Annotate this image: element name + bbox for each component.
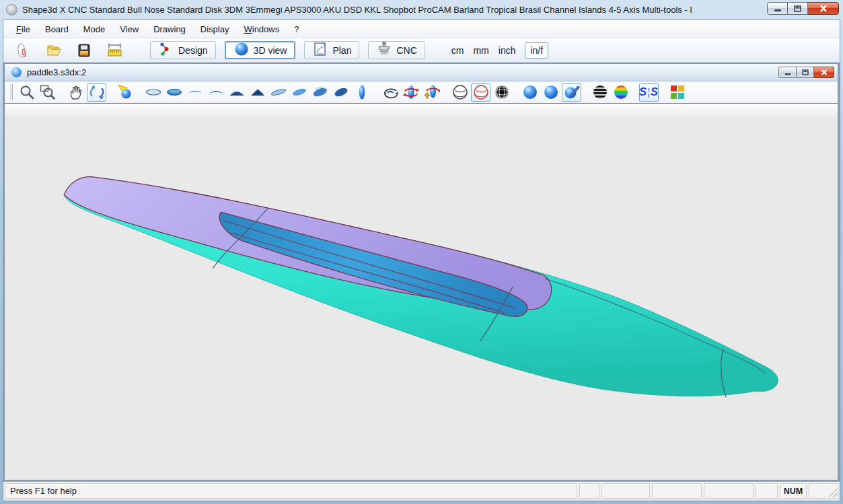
title-bar[interactable]: Shape3d X CNC Standard Bull Nose Standar…	[0, 0, 843, 20]
3d-canvas[interactable]	[5, 104, 838, 480]
3d-view-button[interactable]: 3D view	[225, 41, 296, 59]
button-label: CNC	[396, 45, 416, 56]
cnc-icon	[376, 41, 392, 59]
document-minimize-button[interactable]	[778, 67, 797, 78]
view-toolbar: S¦S	[5, 81, 838, 104]
rocker-view-thin-icon[interactable]	[185, 83, 205, 102]
shaded-sphere-2-icon[interactable]	[541, 83, 560, 102]
section-view-2-icon[interactable]	[248, 83, 267, 102]
document-title-bar[interactable]: paddle3.s3dx:2	[5, 64, 838, 81]
zoom-window-icon[interactable]	[38, 83, 57, 102]
status-cell	[601, 483, 650, 499]
design-icon	[158, 41, 174, 59]
pan-hand-icon[interactable]	[66, 83, 85, 102]
lighting-icon[interactable]	[115, 83, 135, 102]
unit-option-inch[interactable]: inch	[499, 45, 516, 56]
window-controls	[767, 2, 839, 15]
document-restore-button[interactable]	[797, 67, 814, 78]
wireframe-sphere-icon[interactable]	[450, 83, 470, 102]
window-content: FileBoardModeViewDrawingDisplayWindows? …	[3, 20, 840, 501]
menu-drawing[interactable]: Drawing	[146, 22, 193, 37]
front-view-icon[interactable]	[352, 83, 371, 102]
cnc-button[interactable]: CNC	[368, 41, 425, 59]
menu-windows[interactable]: Windows	[236, 22, 287, 37]
app-logo-icon	[6, 4, 17, 15]
symmetry-icon[interactable]: S¦S	[639, 83, 659, 102]
help-text: Press F1 for help	[10, 486, 77, 496]
button-label: Plan	[332, 45, 351, 56]
spin-board-icon[interactable]	[380, 83, 400, 102]
perspective-view-1-icon[interactable]	[268, 83, 288, 102]
new-board-wizard-icon[interactable]	[11, 41, 36, 60]
striped-sphere-icon[interactable]	[590, 83, 610, 102]
plan-icon	[312, 41, 328, 59]
menu-file[interactable]: File	[9, 22, 38, 37]
num-lock-indicator: NUM	[780, 483, 807, 499]
unit-option-mm[interactable]: mm	[473, 45, 488, 56]
perspective-view-2-icon[interactable]	[289, 83, 309, 102]
resize-grip[interactable]	[809, 483, 838, 499]
status-cell	[756, 483, 778, 499]
status-cell	[704, 483, 754, 499]
status-bar: Press F1 for help NUM	[3, 481, 840, 501]
sphere-pencil-icon[interactable]	[562, 83, 581, 102]
application-window: Shape3d X CNC Standard Bull Nose Standar…	[0, 0, 843, 504]
unit-option-cm[interactable]: cm	[451, 45, 464, 56]
menu-help[interactable]: ?	[287, 22, 306, 37]
sphere-icon	[233, 41, 250, 59]
design-button[interactable]: Design	[150, 41, 216, 59]
top-view-outline-icon[interactable]	[143, 83, 163, 102]
maximize-button[interactable]	[788, 2, 808, 15]
menu-display[interactable]: Display	[193, 22, 237, 37]
zoom-icon[interactable]	[17, 83, 36, 102]
plan-button[interactable]: Plan	[304, 41, 359, 59]
section-view-icon[interactable]	[227, 83, 246, 102]
document-close-button[interactable]	[814, 67, 834, 78]
perspective-view-3-icon[interactable]	[310, 83, 330, 102]
mdi-area: paddle3.s3dx:2 S¦S	[3, 63, 840, 481]
document-icon	[11, 67, 22, 77]
perspective-view-4-icon[interactable]	[331, 83, 351, 102]
button-label: 3D view	[254, 45, 287, 56]
mesh-sphere-icon[interactable]	[492, 83, 511, 102]
rocker-view-icon[interactable]	[206, 83, 225, 102]
save-file-icon[interactable]	[72, 41, 96, 60]
wireframe-red-sphere-icon[interactable]	[471, 83, 490, 102]
button-label: Design	[178, 45, 208, 56]
unit-selector: cmmminchin/f	[451, 42, 548, 59]
rotate-view-icon[interactable]	[87, 83, 106, 102]
menu-board[interactable]: Board	[38, 22, 76, 37]
status-cell	[579, 483, 599, 499]
top-view-filled-icon[interactable]	[164, 83, 184, 102]
document-window: paddle3.s3dx:2 S¦S	[4, 63, 838, 480]
status-help-text: Press F1 for help	[5, 483, 577, 499]
dimensions-ruler-icon[interactable]	[102, 41, 126, 60]
toolbar-grip[interactable]	[10, 84, 13, 100]
menu-mode[interactable]: Mode	[76, 22, 113, 37]
close-button[interactable]	[808, 2, 839, 15]
rainbow-sphere-icon[interactable]	[611, 83, 630, 102]
shaded-sphere-icon[interactable]	[520, 83, 540, 102]
minimize-button[interactable]	[767, 2, 788, 15]
rotate-lift-icon[interactable]	[422, 83, 441, 102]
unit-option-selected[interactable]: in/f	[525, 42, 548, 59]
open-file-icon[interactable]	[42, 41, 66, 60]
menu-view[interactable]: View	[112, 22, 146, 37]
status-cell	[652, 483, 702, 499]
document-title: paddle3.s3dx:2	[27, 67, 778, 77]
window-title: Shape3d X CNC Standard Bull Nose Standar…	[22, 5, 762, 15]
main-toolbar: Design3D viewPlanCNCcmmminchin/f	[3, 38, 840, 63]
rotate-axis-icon[interactable]	[401, 83, 420, 102]
color-palette-icon[interactable]	[667, 83, 687, 102]
board-3d-render	[5, 104, 838, 480]
menu-bar: FileBoardModeViewDrawingDisplayWindows?	[3, 20, 840, 38]
